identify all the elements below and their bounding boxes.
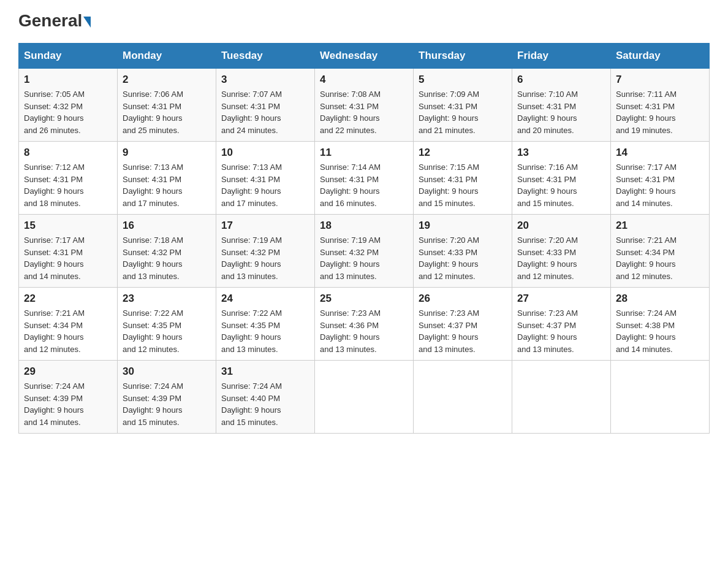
day-cell: 13Sunrise: 7:16 AMSunset: 4:31 PMDayligh…	[512, 142, 611, 215]
day-cell: 11Sunrise: 7:14 AMSunset: 4:31 PMDayligh…	[315, 142, 414, 215]
day-info: Sunrise: 7:06 AMSunset: 4:31 PMDaylight:…	[123, 88, 211, 136]
day-info: Sunrise: 7:19 AMSunset: 4:32 PMDaylight:…	[320, 234, 408, 282]
day-number: 9	[123, 147, 211, 159]
day-cell	[512, 361, 611, 434]
day-number: 29	[24, 366, 112, 378]
day-info: Sunrise: 7:20 AMSunset: 4:33 PMDaylight:…	[419, 234, 507, 282]
day-number: 23	[123, 293, 211, 305]
day-cell: 26Sunrise: 7:23 AMSunset: 4:37 PMDayligh…	[414, 288, 512, 361]
calendar-body: 1Sunrise: 7:05 AMSunset: 4:32 PMDaylight…	[19, 69, 710, 434]
day-number: 19	[419, 220, 507, 232]
day-info: Sunrise: 7:22 AMSunset: 4:35 PMDaylight:…	[123, 307, 211, 355]
header-thursday: Thursday	[414, 44, 512, 69]
day-cell: 28Sunrise: 7:24 AMSunset: 4:38 PMDayligh…	[611, 288, 710, 361]
day-info: Sunrise: 7:21 AMSunset: 4:34 PMDaylight:…	[24, 307, 112, 355]
page-header: General	[18, 12, 710, 31]
day-number: 7	[616, 74, 704, 86]
day-info: Sunrise: 7:05 AMSunset: 4:32 PMDaylight:…	[24, 88, 112, 136]
day-info: Sunrise: 7:12 AMSunset: 4:31 PMDaylight:…	[24, 161, 112, 209]
day-number: 24	[221, 293, 309, 305]
day-number: 20	[517, 220, 605, 232]
day-cell: 6Sunrise: 7:10 AMSunset: 4:31 PMDaylight…	[512, 69, 611, 142]
day-cell: 27Sunrise: 7:23 AMSunset: 4:37 PMDayligh…	[512, 288, 611, 361]
day-info: Sunrise: 7:08 AMSunset: 4:31 PMDaylight:…	[320, 88, 408, 136]
day-number: 27	[517, 293, 605, 305]
day-info: Sunrise: 7:17 AMSunset: 4:31 PMDaylight:…	[24, 234, 112, 282]
day-number: 15	[24, 220, 112, 232]
day-cell	[315, 361, 414, 434]
day-cell: 5Sunrise: 7:09 AMSunset: 4:31 PMDaylight…	[414, 69, 512, 142]
week-row-5: 29Sunrise: 7:24 AMSunset: 4:39 PMDayligh…	[19, 361, 710, 434]
day-number: 1	[24, 74, 112, 86]
day-cell: 1Sunrise: 7:05 AMSunset: 4:32 PMDaylight…	[19, 69, 118, 142]
day-cell: 3Sunrise: 7:07 AMSunset: 4:31 PMDaylight…	[216, 69, 315, 142]
day-number: 22	[24, 293, 112, 305]
day-cell: 15Sunrise: 7:17 AMSunset: 4:31 PMDayligh…	[19, 215, 118, 288]
day-info: Sunrise: 7:17 AMSunset: 4:31 PMDaylight:…	[616, 161, 704, 209]
day-cell: 24Sunrise: 7:22 AMSunset: 4:35 PMDayligh…	[216, 288, 315, 361]
day-info: Sunrise: 7:20 AMSunset: 4:33 PMDaylight:…	[517, 234, 605, 282]
day-info: Sunrise: 7:11 AMSunset: 4:31 PMDaylight:…	[616, 88, 704, 136]
day-info: Sunrise: 7:09 AMSunset: 4:31 PMDaylight:…	[419, 88, 507, 136]
week-row-3: 15Sunrise: 7:17 AMSunset: 4:31 PMDayligh…	[19, 215, 710, 288]
day-info: Sunrise: 7:15 AMSunset: 4:31 PMDaylight:…	[419, 161, 507, 209]
day-info: Sunrise: 7:16 AMSunset: 4:31 PMDaylight:…	[517, 161, 605, 209]
day-info: Sunrise: 7:24 AMSunset: 4:39 PMDaylight:…	[123, 380, 211, 428]
header-sunday: Sunday	[19, 44, 118, 69]
logo-line1: General	[18, 12, 91, 29]
day-info: Sunrise: 7:24 AMSunset: 4:38 PMDaylight:…	[616, 307, 704, 355]
day-info: Sunrise: 7:10 AMSunset: 4:31 PMDaylight:…	[517, 88, 605, 136]
day-info: Sunrise: 7:23 AMSunset: 4:37 PMDaylight:…	[419, 307, 507, 355]
day-cell: 20Sunrise: 7:20 AMSunset: 4:33 PMDayligh…	[512, 215, 611, 288]
day-number: 14	[616, 147, 704, 159]
header-monday: Monday	[118, 44, 216, 69]
header-tuesday: Tuesday	[216, 44, 315, 69]
logo: General	[18, 12, 91, 31]
day-info: Sunrise: 7:13 AMSunset: 4:31 PMDaylight:…	[123, 161, 211, 209]
day-cell: 21Sunrise: 7:21 AMSunset: 4:34 PMDayligh…	[611, 215, 710, 288]
week-row-1: 1Sunrise: 7:05 AMSunset: 4:32 PMDaylight…	[19, 69, 710, 142]
day-number: 31	[221, 366, 309, 378]
day-info: Sunrise: 7:24 AMSunset: 4:40 PMDaylight:…	[221, 380, 309, 428]
day-cell: 22Sunrise: 7:21 AMSunset: 4:34 PMDayligh…	[19, 288, 118, 361]
day-info: Sunrise: 7:07 AMSunset: 4:31 PMDaylight:…	[221, 88, 309, 136]
day-cell: 18Sunrise: 7:19 AMSunset: 4:32 PMDayligh…	[315, 215, 414, 288]
day-cell: 23Sunrise: 7:22 AMSunset: 4:35 PMDayligh…	[118, 288, 216, 361]
day-cell	[414, 361, 512, 434]
day-info: Sunrise: 7:23 AMSunset: 4:37 PMDaylight:…	[517, 307, 605, 355]
day-cell: 4Sunrise: 7:08 AMSunset: 4:31 PMDaylight…	[315, 69, 414, 142]
day-number: 18	[320, 220, 408, 232]
day-cell: 14Sunrise: 7:17 AMSunset: 4:31 PMDayligh…	[611, 142, 710, 215]
day-number: 16	[123, 220, 211, 232]
day-cell: 8Sunrise: 7:12 AMSunset: 4:31 PMDaylight…	[19, 142, 118, 215]
day-number: 30	[123, 366, 211, 378]
day-number: 2	[123, 74, 211, 86]
day-cell: 31Sunrise: 7:24 AMSunset: 4:40 PMDayligh…	[216, 361, 315, 434]
day-number: 12	[419, 147, 507, 159]
week-row-4: 22Sunrise: 7:21 AMSunset: 4:34 PMDayligh…	[19, 288, 710, 361]
header-friday: Friday	[512, 44, 611, 69]
day-cell: 25Sunrise: 7:23 AMSunset: 4:36 PMDayligh…	[315, 288, 414, 361]
day-number: 11	[320, 147, 408, 159]
day-number: 5	[419, 74, 507, 86]
day-cell: 16Sunrise: 7:18 AMSunset: 4:32 PMDayligh…	[118, 215, 216, 288]
day-info: Sunrise: 7:22 AMSunset: 4:35 PMDaylight:…	[221, 307, 309, 355]
day-cell: 29Sunrise: 7:24 AMSunset: 4:39 PMDayligh…	[19, 361, 118, 434]
day-cell: 17Sunrise: 7:19 AMSunset: 4:32 PMDayligh…	[216, 215, 315, 288]
day-info: Sunrise: 7:21 AMSunset: 4:34 PMDaylight:…	[616, 234, 704, 282]
day-info: Sunrise: 7:23 AMSunset: 4:36 PMDaylight:…	[320, 307, 408, 355]
day-number: 28	[616, 293, 704, 305]
day-number: 4	[320, 74, 408, 86]
day-number: 26	[419, 293, 507, 305]
day-number: 17	[221, 220, 309, 232]
day-info: Sunrise: 7:24 AMSunset: 4:39 PMDaylight:…	[24, 380, 112, 428]
day-cell	[611, 361, 710, 434]
day-number: 10	[221, 147, 309, 159]
day-cell: 19Sunrise: 7:20 AMSunset: 4:33 PMDayligh…	[414, 215, 512, 288]
day-cell: 7Sunrise: 7:11 AMSunset: 4:31 PMDaylight…	[611, 69, 710, 142]
day-info: Sunrise: 7:19 AMSunset: 4:32 PMDaylight:…	[221, 234, 309, 282]
day-info: Sunrise: 7:13 AMSunset: 4:31 PMDaylight:…	[221, 161, 309, 209]
header-saturday: Saturday	[611, 44, 710, 69]
calendar-table: SundayMondayTuesdayWednesdayThursdayFrid…	[18, 43, 710, 434]
day-number: 3	[221, 74, 309, 86]
